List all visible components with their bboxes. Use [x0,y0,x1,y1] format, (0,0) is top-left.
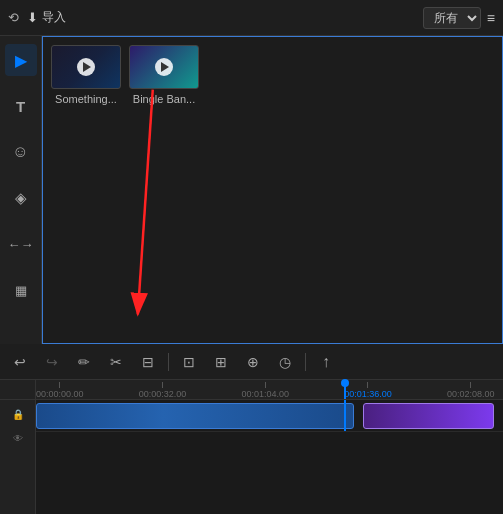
main-area: ▶ T ☺ ◈ ←→ ▦ [0,36,503,344]
media-thumb-2 [129,45,199,89]
sidebar-item-transition[interactable]: ←→ [5,228,37,260]
undo-button[interactable]: ↩ [8,350,32,374]
timeline-ruler: 00:00:00.00 00:00:32.00 00:01:04.00 00:0… [0,380,503,400]
import-icon: ⬇ [27,10,38,25]
top-bar: ⟲ ⬇ 导入 所有 视频 音频 图片 ≡ [0,0,503,36]
toolbar-separator-2 [305,353,306,371]
svg-line-1 [138,90,153,315]
face-icon: ☺ [12,143,28,161]
ruler-mark-4: 00:02:08.00 [447,382,495,399]
sidebar-item-media[interactable]: ▶ [5,44,37,76]
back-icon[interactable]: ⟲ [8,10,19,25]
track-clip-main[interactable] [36,403,354,429]
bottom-section: ↩ ↪ ✏ ✂ ⊟ ⊡ ⊞ ⊕ ◷ ↑ 00:00:00.00 [0,344,503,514]
sticker-icon: ◈ [15,189,27,207]
grid-button[interactable]: ⊕ [241,350,265,374]
filter-icon: ▦ [15,283,27,298]
media-grid: Something... Bingle Ban... [43,37,502,113]
delete-button[interactable]: ⊟ [136,350,160,374]
media-item-2[interactable]: Bingle Ban... [129,45,199,105]
filter-dropdown[interactable]: 所有 视频 音频 图片 [423,7,481,29]
ruler-mark-2: 00:01:04.00 [241,382,289,399]
toolbar: ↩ ↪ ✏ ✂ ⊟ ⊡ ⊞ ⊕ ◷ ↑ [0,344,503,380]
ruler-mark-3: 00:01:36.00 [344,382,392,399]
sidebar-item-face[interactable]: ☺ [5,136,37,168]
export-button[interactable]: ↑ [314,350,338,374]
import-button[interactable]: ⬇ 导入 [27,9,66,26]
import-label: 导入 [42,9,66,26]
playhead[interactable] [344,380,346,399]
app-container: ⟲ ⬇ 导入 所有 视频 音频 图片 ≡ ▶ T [0,0,503,514]
play-triangle-2 [161,62,169,72]
media-item-1[interactable]: Something... [51,45,121,105]
top-bar-right: 所有 视频 音频 图片 ≡ [423,7,495,29]
tracks-content [36,400,503,514]
media-label-2: Bingle Ban... [129,93,199,105]
scale-button[interactable]: ⊞ [209,350,233,374]
transition-icon: ←→ [8,237,34,252]
cut-button[interactable]: ✂ [104,350,128,374]
track-clip-secondary[interactable] [363,403,494,429]
sidebar-item-filter[interactable]: ▦ [5,274,37,306]
track-row-video [36,400,503,432]
track-visible-button[interactable]: 👁 [8,428,28,448]
ruler-track: 00:00:00.00 00:00:32.00 00:01:04.00 00:0… [36,380,503,399]
pen-button[interactable]: ✏ [72,350,96,374]
time-button[interactable]: ◷ [273,350,297,374]
track-controls: 🔒 👁 [0,400,36,514]
timeline-tracks: 🔒 👁 [0,400,503,514]
top-bar-left: ⟲ ⬇ 导入 [8,9,66,26]
timeline-area: 00:00:00.00 00:00:32.00 00:01:04.00 00:0… [0,380,503,514]
media-panel: Something... Bingle Ban... [42,36,503,344]
redo-button[interactable]: ↪ [40,350,64,374]
play-overlay-1 [77,58,95,76]
sidebar-item-text[interactable]: T [5,90,37,122]
play-overlay-2 [155,58,173,76]
ruler-mark-1: 00:00:32.00 [139,382,187,399]
sidebar-item-sticker[interactable]: ◈ [5,182,37,214]
text-icon: T [16,98,25,115]
media-icon: ▶ [15,51,27,70]
sidebar: ▶ T ☺ ◈ ←→ ▦ [0,36,42,344]
media-label-1: Something... [51,93,121,105]
menu-icon[interactable]: ≡ [487,10,495,26]
play-triangle-1 [83,62,91,72]
crop-button[interactable]: ⊡ [177,350,201,374]
track-lock-button[interactable]: 🔒 [8,404,28,424]
media-thumb-1 [51,45,121,89]
ruler-mark-0: 00:00:00.00 [36,382,84,399]
toolbar-separator-1 [168,353,169,371]
